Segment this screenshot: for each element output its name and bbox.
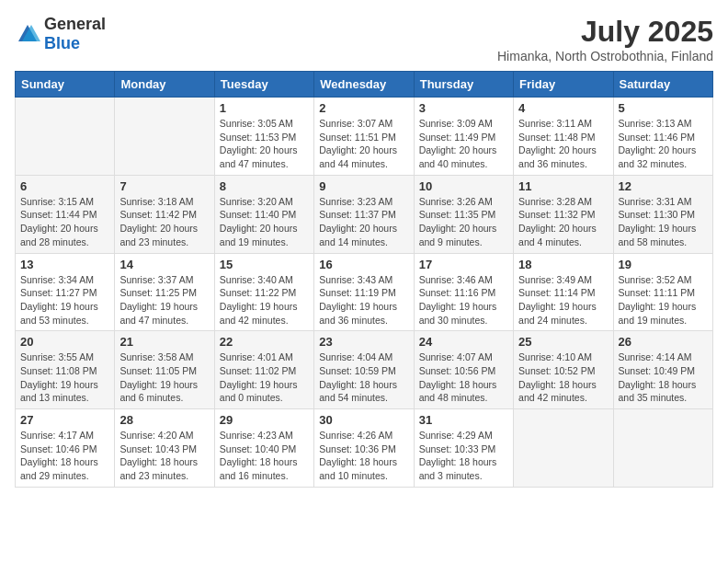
- calendar-cell: 29Sunrise: 4:23 AMSunset: 10:40 PMDaylig…: [214, 409, 313, 488]
- calendar-week-4: 20Sunrise: 3:55 AMSunset: 11:08 PMDaylig…: [16, 331, 713, 409]
- day-info: Sunrise: 3:13 AMSunset: 11:46 PMDaylight…: [619, 117, 708, 171]
- calendar-cell: 2Sunrise: 3:07 AMSunset: 11:51 PMDayligh…: [314, 98, 414, 176]
- day-info: Sunrise: 4:26 AMSunset: 10:36 PMDaylight…: [319, 429, 408, 483]
- day-info: Sunrise: 3:34 AMSunset: 11:27 PMDaylight…: [20, 273, 109, 327]
- day-number: 13: [20, 258, 109, 271]
- calendar-cell: 3Sunrise: 3:09 AMSunset: 11:49 PMDayligh…: [414, 98, 513, 176]
- calendar-cell: 24Sunrise: 4:07 AMSunset: 10:56 PMDaylig…: [414, 331, 513, 409]
- day-number: 10: [419, 179, 508, 193]
- day-info: Sunrise: 3:55 AMSunset: 11:08 PMDaylight…: [20, 350, 109, 405]
- day-number: 25: [518, 335, 608, 349]
- day-info: Sunrise: 4:01 AMSunset: 11:02 PMDaylight…: [220, 350, 309, 405]
- day-info: Sunrise: 3:05 AMSunset: 11:53 PMDaylight…: [220, 117, 309, 171]
- day-number: 5: [619, 101, 708, 115]
- day-number: 17: [419, 258, 508, 271]
- calendar-cell: 4Sunrise: 3:11 AMSunset: 11:48 PMDayligh…: [514, 98, 613, 176]
- day-number: 26: [619, 335, 708, 349]
- calendar-title: July 2025: [497, 15, 713, 49]
- calendar-cell: 23Sunrise: 4:04 AMSunset: 10:59 PMDaylig…: [314, 331, 414, 409]
- day-info: Sunrise: 3:31 AMSunset: 11:30 PMDaylight…: [619, 195, 708, 249]
- calendar-cell: 13Sunrise: 3:34 AMSunset: 11:27 PMDaylig…: [16, 253, 115, 331]
- calendar-week-5: 27Sunrise: 4:17 AMSunset: 10:46 PMDaylig…: [16, 409, 713, 488]
- weekday-header-saturday: Saturday: [613, 72, 712, 98]
- day-info: Sunrise: 4:29 AMSunset: 10:33 PMDaylight…: [419, 429, 508, 483]
- day-number: 14: [119, 258, 209, 271]
- calendar-cell: 6Sunrise: 3:15 AMSunset: 11:44 PMDayligh…: [16, 175, 115, 253]
- weekday-header-row: SundayMondayTuesdayWednesdayThursdayFrid…: [16, 72, 713, 98]
- day-info: Sunrise: 3:11 AMSunset: 11:48 PMDaylight…: [518, 117, 608, 171]
- calendar-cell: 16Sunrise: 3:43 AMSunset: 11:19 PMDaylig…: [314, 253, 414, 331]
- calendar-cell: 28Sunrise: 4:20 AMSunset: 10:43 PMDaylig…: [115, 409, 214, 488]
- day-number: 27: [20, 413, 109, 427]
- calendar-cell: 21Sunrise: 3:58 AMSunset: 11:05 PMDaylig…: [115, 331, 214, 409]
- day-number: 1: [220, 101, 309, 115]
- calendar-cell: 30Sunrise: 4:26 AMSunset: 10:36 PMDaylig…: [314, 409, 414, 488]
- day-number: 24: [419, 335, 508, 349]
- day-info: Sunrise: 4:20 AMSunset: 10:43 PMDaylight…: [119, 429, 209, 483]
- calendar-cell: [115, 98, 214, 176]
- calendar-cell: 31Sunrise: 4:29 AMSunset: 10:33 PMDaylig…: [414, 409, 513, 488]
- day-info: Sunrise: 4:07 AMSunset: 10:56 PMDaylight…: [419, 350, 508, 405]
- day-info: Sunrise: 3:40 AMSunset: 11:22 PMDaylight…: [220, 273, 309, 327]
- day-number: 3: [419, 101, 508, 115]
- calendar-cell: 17Sunrise: 3:46 AMSunset: 11:16 PMDaylig…: [414, 253, 513, 331]
- day-info: Sunrise: 3:15 AMSunset: 11:44 PMDaylight…: [20, 195, 109, 249]
- day-info: Sunrise: 3:37 AMSunset: 11:25 PMDaylight…: [119, 273, 209, 327]
- day-number: 12: [619, 179, 708, 193]
- calendar-table: SundayMondayTuesdayWednesdayThursdayFrid…: [15, 71, 713, 488]
- day-number: 29: [220, 413, 309, 427]
- day-number: 9: [319, 179, 408, 193]
- day-number: 23: [319, 335, 408, 349]
- calendar-cell: 19Sunrise: 3:52 AMSunset: 11:11 PMDaylig…: [613, 253, 712, 331]
- day-number: 16: [319, 258, 408, 271]
- calendar-cell: 10Sunrise: 3:26 AMSunset: 11:35 PMDaylig…: [414, 175, 513, 253]
- calendar-cell: 1Sunrise: 3:05 AMSunset: 11:53 PMDayligh…: [214, 98, 313, 176]
- day-info: Sunrise: 3:28 AMSunset: 11:32 PMDaylight…: [518, 195, 608, 249]
- calendar-week-1: 1Sunrise: 3:05 AMSunset: 11:53 PMDayligh…: [16, 98, 713, 176]
- day-number: 4: [518, 101, 608, 115]
- day-number: 7: [119, 179, 209, 193]
- calendar-cell: 15Sunrise: 3:40 AMSunset: 11:22 PMDaylig…: [214, 253, 313, 331]
- day-info: Sunrise: 4:17 AMSunset: 10:46 PMDaylight…: [20, 429, 109, 483]
- weekday-header-monday: Monday: [115, 72, 214, 98]
- day-info: Sunrise: 4:10 AMSunset: 10:52 PMDaylight…: [518, 350, 608, 405]
- calendar-cell: 27Sunrise: 4:17 AMSunset: 10:46 PMDaylig…: [16, 409, 115, 488]
- calendar-cell: 7Sunrise: 3:18 AMSunset: 11:42 PMDayligh…: [115, 175, 214, 253]
- weekday-header-wednesday: Wednesday: [314, 72, 414, 98]
- calendar-cell: 22Sunrise: 4:01 AMSunset: 11:02 PMDaylig…: [214, 331, 313, 409]
- day-info: Sunrise: 3:52 AMSunset: 11:11 PMDaylight…: [619, 273, 708, 327]
- day-info: Sunrise: 3:09 AMSunset: 11:49 PMDaylight…: [419, 117, 508, 171]
- logo-text-general: General: [44, 15, 106, 33]
- day-number: 30: [319, 413, 408, 427]
- day-info: Sunrise: 3:20 AMSunset: 11:40 PMDaylight…: [220, 195, 309, 249]
- day-info: Sunrise: 3:23 AMSunset: 11:37 PMDaylight…: [319, 195, 408, 249]
- day-number: 2: [319, 101, 408, 115]
- title-block: July 2025 Himanka, North Ostrobothnia, F…: [497, 15, 713, 63]
- calendar-cell: [613, 409, 712, 488]
- calendar-cell: 25Sunrise: 4:10 AMSunset: 10:52 PMDaylig…: [514, 331, 613, 409]
- calendar-cell: 14Sunrise: 3:37 AMSunset: 11:25 PMDaylig…: [115, 253, 214, 331]
- day-info: Sunrise: 3:18 AMSunset: 11:42 PMDaylight…: [119, 195, 209, 249]
- day-number: 31: [419, 413, 508, 427]
- logo-text-blue: Blue: [44, 34, 80, 52]
- weekday-header-tuesday: Tuesday: [214, 72, 313, 98]
- day-number: 15: [220, 258, 309, 271]
- day-info: Sunrise: 3:43 AMSunset: 11:19 PMDaylight…: [319, 273, 408, 327]
- calendar-cell: 8Sunrise: 3:20 AMSunset: 11:40 PMDayligh…: [214, 175, 313, 253]
- calendar-cell: 26Sunrise: 4:14 AMSunset: 10:49 PMDaylig…: [613, 331, 712, 409]
- calendar-subtitle: Himanka, North Ostrobothnia, Finland: [497, 49, 713, 63]
- day-number: 8: [220, 179, 309, 193]
- weekday-header-sunday: Sunday: [16, 72, 115, 98]
- day-number: 22: [220, 335, 309, 349]
- day-number: 6: [20, 179, 109, 193]
- day-info: Sunrise: 4:23 AMSunset: 10:40 PMDaylight…: [220, 429, 309, 483]
- calendar-cell: 9Sunrise: 3:23 AMSunset: 11:37 PMDayligh…: [314, 175, 414, 253]
- logo: General Blue: [15, 15, 106, 53]
- calendar-cell: [16, 98, 115, 176]
- calendar-week-3: 13Sunrise: 3:34 AMSunset: 11:27 PMDaylig…: [16, 253, 713, 331]
- day-number: 11: [518, 179, 608, 193]
- calendar-week-2: 6Sunrise: 3:15 AMSunset: 11:44 PMDayligh…: [16, 175, 713, 253]
- calendar-cell: 5Sunrise: 3:13 AMSunset: 11:46 PMDayligh…: [613, 98, 712, 176]
- day-info: Sunrise: 4:04 AMSunset: 10:59 PMDaylight…: [319, 350, 408, 405]
- day-info: Sunrise: 3:58 AMSunset: 11:05 PMDaylight…: [119, 350, 209, 405]
